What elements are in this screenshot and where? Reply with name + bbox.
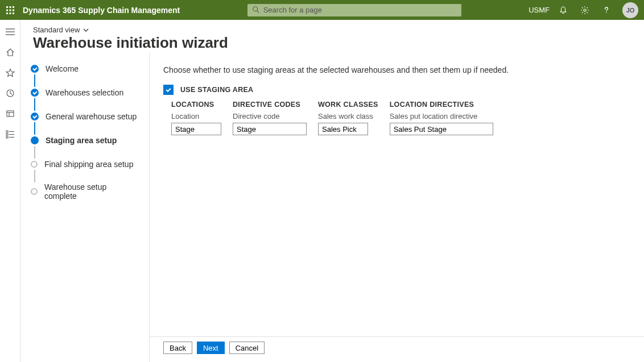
svg-point-9: [253, 6, 257, 11]
col-head-directive-codes: DIRECTIVE CODES: [233, 101, 307, 109]
footer-divider: [150, 336, 644, 337]
col-work-classes: WORK CLASSES Sales work class: [318, 101, 378, 135]
hamburger-icon[interactable]: [2, 26, 18, 38]
company-label[interactable]: USMF: [529, 6, 550, 14]
search-icon: [252, 6, 260, 14]
wizard-steps-panel: Welcome Warehouses selection General war…: [20, 53, 150, 362]
step-warehouses-selection[interactable]: Warehouses selection: [31, 87, 139, 98]
use-staging-area-label: USE STAGING AREA: [180, 86, 253, 94]
svg-rect-7: [10, 13, 11, 14]
modules-icon[interactable]: [2, 128, 18, 140]
next-button[interactable]: Next: [197, 342, 225, 354]
label-sales-work-class: Sales work class: [318, 112, 378, 120]
col-location-directives: LOCATION DIRECTIVES Sales put location d…: [390, 101, 493, 135]
help-icon[interactable]: [598, 2, 614, 18]
instruction-text: Choose whether to use staging areas at t…: [163, 65, 630, 74]
top-header: Dynamics 365 Supply Chain Management USM…: [0, 0, 644, 20]
gear-icon[interactable]: [577, 2, 593, 18]
col-head-location-directives: LOCATION DIRECTIVES: [390, 101, 493, 109]
step-final-shipping-area-setup[interactable]: Final shipping area setup: [31, 159, 139, 170]
field-columns: LOCATIONS Location DIRECTIVE CODES Direc…: [171, 101, 630, 135]
search-container: [247, 4, 461, 16]
svg-point-11: [584, 9, 586, 11]
waffle-icon[interactable]: [6, 6, 15, 15]
svg-rect-22: [6, 136, 8, 138]
view-label-text: Standard view: [33, 26, 80, 34]
workspace-icon[interactable]: [2, 107, 18, 120]
input-directive-code[interactable]: [233, 123, 307, 135]
svg-rect-1: [10, 6, 11, 8]
svg-rect-4: [10, 9, 11, 11]
chevron-down-icon: [83, 28, 89, 32]
step-staging-area-setup[interactable]: Staging area setup: [31, 135, 139, 146]
col-head-work-classes: WORK CLASSES: [318, 101, 378, 109]
label-directive-code: Directive code: [233, 112, 307, 120]
svg-rect-0: [6, 6, 8, 8]
app-title: Dynamics 365 Supply Chain Management: [23, 6, 180, 15]
view-selector[interactable]: Standard view: [33, 26, 89, 34]
col-head-locations: LOCATIONS: [171, 101, 221, 109]
svg-line-10: [257, 10, 259, 13]
cancel-button[interactable]: Cancel: [229, 342, 265, 354]
back-button[interactable]: Back: [163, 342, 192, 354]
main-panel: Choose whether to use staging areas at t…: [150, 53, 644, 362]
svg-rect-8: [13, 13, 14, 14]
svg-rect-20: [6, 131, 8, 132]
label-location: Location: [171, 112, 221, 120]
step-general-warehouse-setup[interactable]: General warehouse setup: [31, 111, 139, 122]
bell-icon[interactable]: [555, 2, 571, 18]
svg-rect-6: [6, 13, 8, 14]
input-sales-work-class[interactable]: [318, 123, 368, 135]
col-directive-codes: DIRECTIVE CODES Directive code: [233, 101, 307, 135]
home-icon[interactable]: [2, 46, 18, 59]
page-title: Warehouse initiation wizard: [33, 34, 631, 52]
label-sales-put-location-directive: Sales put location directive: [390, 112, 493, 120]
svg-rect-3: [6, 9, 8, 11]
search-input[interactable]: [247, 4, 461, 16]
svg-point-12: [606, 12, 607, 13]
use-staging-area-checkbox[interactable]: [163, 85, 174, 95]
input-location[interactable]: [171, 123, 221, 135]
avatar[interactable]: JO: [622, 2, 638, 18]
use-staging-area-row: USE STAGING AREA: [163, 85, 630, 95]
wizard-footer: Back Next Cancel: [163, 342, 265, 354]
col-locations: LOCATIONS Location: [171, 101, 221, 135]
step-warehouse-setup-complete[interactable]: Warehouse setup complete: [31, 182, 139, 201]
left-rail: [0, 20, 20, 362]
svg-rect-5: [13, 9, 14, 11]
input-sales-put-location-directive[interactable]: [390, 123, 493, 135]
svg-rect-2: [13, 6, 14, 8]
content-area: Welcome Warehouses selection General war…: [20, 53, 644, 362]
step-welcome[interactable]: Welcome: [31, 63, 139, 74]
star-icon[interactable]: [2, 66, 18, 79]
svg-rect-17: [7, 111, 14, 116]
svg-rect-21: [6, 134, 8, 135]
clock-icon[interactable]: [2, 87, 18, 99]
